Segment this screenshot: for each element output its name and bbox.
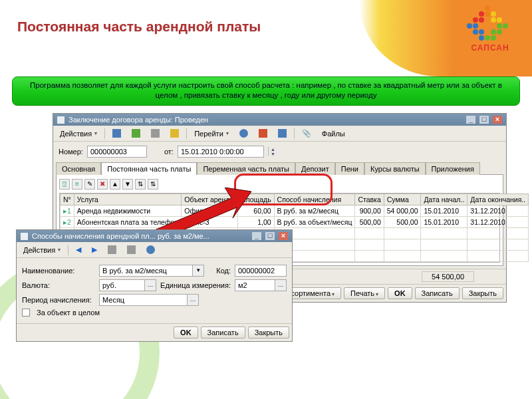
number-input[interactable] (90, 148, 144, 156)
goto-menu[interactable]: Перейти (190, 128, 233, 139)
cell[interactable]: ▸1 (61, 205, 74, 217)
cell[interactable]: Аренда недвижимости (74, 205, 181, 217)
grid-tool[interactable]: ✖ (97, 179, 108, 190)
tool-icon[interactable] (104, 244, 120, 255)
close-button[interactable]: Закрыть (462, 287, 503, 299)
lookup-button[interactable]: … (275, 279, 287, 291)
cell[interactable]: 15.01.2010 (421, 205, 467, 217)
grid-header[interactable]: Дата начал.. (421, 194, 467, 205)
tab-3[interactable]: Депозит (295, 162, 335, 175)
cell[interactable]: В руб. за м2/месяц (274, 205, 355, 217)
grid-header[interactable]: Способ начисления (274, 194, 355, 205)
tab-4[interactable]: Пени (335, 162, 364, 175)
cell[interactable]: 15.01.2010 (421, 217, 467, 228)
dropdown-button[interactable]: ▾ (192, 265, 204, 277)
cell[interactable]: 31.12.2010 (467, 217, 529, 228)
cell[interactable]: 31.12.2010 (467, 205, 529, 217)
tool-icon[interactable] (108, 128, 125, 139)
period-label: Период начисления: (22, 296, 95, 304)
close-button[interactable]: × (279, 232, 288, 240)
grid-tool[interactable]: ⇅ (148, 179, 158, 190)
grid-header[interactable]: Площадь (237, 194, 274, 205)
cell[interactable]: 60,00 (237, 205, 274, 217)
grid-tool[interactable]: ▲ (110, 179, 120, 190)
tool-icon[interactable] (147, 128, 164, 139)
save-button[interactable]: Записать (201, 327, 245, 338)
cell[interactable]: 54 000,00 (384, 205, 421, 217)
ok-button[interactable]: OK (174, 327, 198, 338)
help-icon[interactable] (142, 244, 159, 255)
actions-menu[interactable]: Действия (19, 245, 65, 255)
grid-header[interactable]: Ставка (355, 194, 384, 205)
grid-header[interactable]: N° (61, 194, 74, 205)
date-spinner[interactable]: ▲▼ (268, 147, 277, 156)
lookup-button[interactable]: … (187, 294, 199, 306)
tool-icon[interactable] (166, 128, 183, 139)
maximize-button[interactable]: □ (265, 232, 275, 240)
files-button[interactable]: Файлы (318, 128, 349, 139)
nav-prev-icon[interactable]: ◀ (72, 244, 85, 255)
tab-5[interactable]: Курсы валюты (364, 162, 426, 175)
grid-tool[interactable]: ⍰ (59, 179, 70, 190)
cell[interactable]: ▸2 (61, 217, 74, 228)
attach-icon[interactable]: 📎 (298, 128, 315, 139)
minimize-button[interactable]: _ (466, 116, 475, 124)
tab-1[interactable]: Постоянная часть платы (101, 162, 197, 175)
code-input[interactable] (238, 267, 283, 275)
tab-2[interactable]: Переменная часть платы (197, 162, 295, 175)
actions-menu[interactable]: Действия (56, 128, 101, 139)
minimize-button[interactable]: _ (252, 232, 261, 240)
table-row[interactable]: ▸2Абонентская плата за телефонОфис-31,00… (61, 217, 529, 228)
sub-button-bar: OK Записать Закрыть (17, 323, 292, 341)
close-button[interactable]: Закрыть (248, 327, 289, 338)
date-input[interactable] (181, 148, 261, 156)
grid-header[interactable]: Сумма (384, 194, 421, 205)
grid-tool[interactable]: ✎ (84, 179, 95, 190)
grid-tool[interactable]: ▼ (122, 179, 133, 190)
main-titlebar[interactable]: Заключение договора аренды: Проведен _ □… (53, 114, 506, 126)
lookup-button[interactable]: … (144, 279, 156, 291)
cell[interactable]: 500,00 (384, 217, 421, 228)
cell[interactable]: 1,00 (237, 217, 274, 228)
cell[interactable]: 900,00 (355, 205, 384, 217)
grid-tool[interactable]: ≡ (72, 179, 82, 190)
currency-input[interactable] (102, 281, 142, 289)
cell[interactable]: Офис-3 (182, 205, 238, 217)
cell[interactable]: Офис-3 (182, 217, 238, 228)
help-icon[interactable] (235, 128, 252, 139)
brand-logo: САПСАН (467, 5, 513, 53)
tab-0[interactable]: Основная (56, 162, 101, 175)
tool-icon[interactable] (255, 128, 271, 139)
unit-input[interactable] (238, 281, 272, 289)
maximize-button[interactable]: □ (479, 116, 489, 124)
tool-icon[interactable] (123, 244, 140, 255)
header-form: Номер: от: ▲▼ (53, 142, 506, 162)
grid-header[interactable]: Объект аренды (182, 194, 238, 205)
sub-window-title: Способы начисления арендной пл... руб. з… (32, 232, 209, 240)
cell[interactable]: 500,00 (355, 217, 384, 228)
sub-titlebar[interactable]: Способы начисления арендной пл... руб. з… (17, 230, 292, 242)
name-input[interactable] (102, 267, 190, 275)
name-label: Наименование: (22, 267, 95, 275)
table-row[interactable]: ▸1Аренда недвижимостиОфис-360,00В руб. з… (61, 205, 529, 217)
nav-next-icon[interactable]: ▶ (88, 244, 101, 255)
cell[interactable]: В руб. за объект/месяц (274, 217, 355, 228)
total-value: 54 500,00 (422, 271, 474, 282)
tab-strip: ОсновнаяПостоянная часть платыПеременная… (53, 162, 506, 174)
number-label: Номер: (59, 148, 83, 156)
tool-icon[interactable] (128, 128, 144, 139)
tab-6[interactable]: Приложения (426, 162, 480, 175)
unit-label: Единица измерения: (160, 281, 231, 289)
cell[interactable]: Абонентская плата за телефон (74, 217, 181, 228)
print-button[interactable]: Печать (344, 287, 385, 299)
tool-icon[interactable] (274, 128, 291, 139)
period-input[interactable] (102, 296, 184, 304)
grid-header[interactable]: Услуга (74, 194, 181, 205)
whole-object-checkbox[interactable] (22, 309, 30, 317)
grid-header-row: N°УслугаОбъект арендыПлощадьСпособ начис… (61, 194, 529, 205)
grid-header[interactable]: Дата окончания.. (467, 194, 529, 205)
grid-tool[interactable]: ⇅ (135, 179, 146, 190)
close-button[interactable]: × (493, 116, 502, 124)
save-button[interactable]: Записать (415, 287, 460, 299)
ok-button[interactable]: OK (388, 287, 412, 299)
